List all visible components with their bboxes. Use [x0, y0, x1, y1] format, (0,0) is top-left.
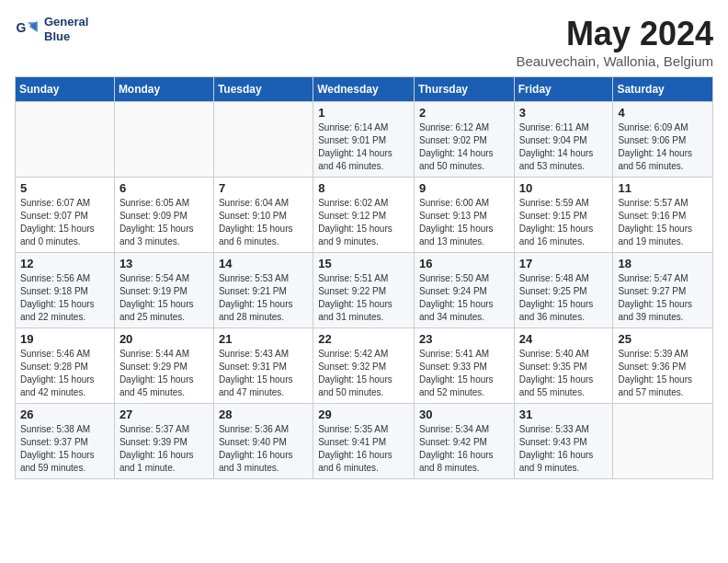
- day-number: 10: [519, 181, 609, 195]
- calendar-cell: 14Sunrise: 5:53 AM Sunset: 9:21 PM Dayli…: [213, 253, 313, 328]
- cell-info: Sunrise: 5:44 AM Sunset: 9:29 PM Dayligh…: [119, 348, 209, 399]
- calendar-cell: 4Sunrise: 6:09 AM Sunset: 9:06 PM Daylig…: [613, 102, 713, 178]
- week-row-0: 1Sunrise: 6:14 AM Sunset: 9:01 PM Daylig…: [16, 102, 713, 178]
- day-number: 16: [419, 257, 509, 270]
- cell-info: Sunrise: 5:53 AM Sunset: 9:21 PM Dayligh…: [219, 272, 308, 324]
- day-number: 25: [618, 332, 708, 346]
- calendar-cell: [16, 102, 115, 178]
- logo: G General Blue: [15, 15, 88, 43]
- cell-info: Sunrise: 5:33 AM Sunset: 9:43 PM Dayligh…: [519, 423, 609, 475]
- day-number: 20: [119, 332, 209, 346]
- day-number: 8: [318, 181, 409, 195]
- calendar-cell: 13Sunrise: 5:54 AM Sunset: 9:19 PM Dayli…: [114, 253, 213, 328]
- cell-info: Sunrise: 6:11 AM Sunset: 9:04 PM Dayligh…: [519, 121, 609, 173]
- calendar-cell: 24Sunrise: 5:40 AM Sunset: 9:35 PM Dayli…: [514, 328, 613, 404]
- day-header-friday: Friday: [514, 77, 613, 102]
- day-number: 28: [219, 408, 308, 421]
- cell-info: Sunrise: 6:12 AM Sunset: 9:02 PM Dayligh…: [419, 121, 509, 173]
- cell-info: Sunrise: 6:00 AM Sunset: 9:13 PM Dayligh…: [419, 197, 509, 248]
- day-number: 15: [318, 257, 409, 270]
- day-number: 14: [219, 257, 308, 270]
- cell-info: Sunrise: 6:05 AM Sunset: 9:09 PM Dayligh…: [119, 197, 209, 248]
- title-block: May 2024 Beauvechain, Wallonia, Belgium: [516, 15, 713, 69]
- calendar-cell: 20Sunrise: 5:44 AM Sunset: 9:29 PM Dayli…: [114, 328, 213, 404]
- cell-info: Sunrise: 5:59 AM Sunset: 9:15 PM Dayligh…: [519, 197, 609, 248]
- calendar-cell: 2Sunrise: 6:12 AM Sunset: 9:02 PM Daylig…: [414, 102, 514, 178]
- day-number: 30: [419, 408, 509, 421]
- logo-line1: General: [44, 15, 88, 29]
- cell-info: Sunrise: 5:48 AM Sunset: 9:25 PM Dayligh…: [519, 272, 609, 324]
- day-header-saturday: Saturday: [613, 77, 713, 102]
- logo-text: General Blue: [44, 15, 88, 43]
- calendar-cell: 27Sunrise: 5:37 AM Sunset: 9:39 PM Dayli…: [114, 404, 213, 479]
- cell-info: Sunrise: 5:36 AM Sunset: 9:40 PM Dayligh…: [219, 423, 308, 475]
- month-year: May 2024: [516, 15, 713, 53]
- calendar-header: SundayMondayTuesdayWednesdayThursdayFrid…: [16, 77, 713, 102]
- calendar-cell: 22Sunrise: 5:42 AM Sunset: 9:32 PM Dayli…: [313, 328, 415, 404]
- day-number: 7: [219, 181, 308, 195]
- day-header-sunday: Sunday: [16, 77, 115, 102]
- calendar-body: 1Sunrise: 6:14 AM Sunset: 9:01 PM Daylig…: [16, 102, 713, 479]
- day-header-tuesday: Tuesday: [213, 77, 313, 102]
- cell-info: Sunrise: 5:46 AM Sunset: 9:28 PM Dayligh…: [20, 348, 109, 399]
- cell-info: Sunrise: 5:50 AM Sunset: 9:24 PM Dayligh…: [419, 272, 509, 324]
- cell-info: Sunrise: 5:51 AM Sunset: 9:22 PM Dayligh…: [318, 272, 409, 324]
- cell-info: Sunrise: 5:42 AM Sunset: 9:32 PM Dayligh…: [318, 348, 409, 399]
- svg-text:G: G: [17, 20, 27, 35]
- day-header-monday: Monday: [114, 77, 213, 102]
- calendar-cell: 15Sunrise: 5:51 AM Sunset: 9:22 PM Dayli…: [313, 253, 415, 328]
- day-number: 2: [419, 106, 509, 120]
- day-number: 5: [20, 181, 109, 195]
- day-number: 24: [519, 332, 609, 346]
- day-number: 27: [119, 408, 209, 421]
- week-row-3: 19Sunrise: 5:46 AM Sunset: 9:28 PM Dayli…: [16, 328, 713, 404]
- cell-info: Sunrise: 5:57 AM Sunset: 9:16 PM Dayligh…: [618, 197, 708, 248]
- day-number: 1: [318, 106, 409, 120]
- day-number: 22: [318, 332, 409, 346]
- day-number: 29: [318, 408, 409, 421]
- calendar-cell: 16Sunrise: 5:50 AM Sunset: 9:24 PM Dayli…: [414, 253, 514, 328]
- cell-info: Sunrise: 6:07 AM Sunset: 9:07 PM Dayligh…: [20, 197, 109, 248]
- calendar-cell: 7Sunrise: 6:04 AM Sunset: 9:10 PM Daylig…: [213, 178, 313, 253]
- calendar-cell: 31Sunrise: 5:33 AM Sunset: 9:43 PM Dayli…: [514, 404, 613, 479]
- cell-info: Sunrise: 5:38 AM Sunset: 9:37 PM Dayligh…: [20, 423, 109, 475]
- calendar-cell: 30Sunrise: 5:34 AM Sunset: 9:42 PM Dayli…: [414, 404, 514, 479]
- day-number: 26: [20, 408, 109, 421]
- cell-info: Sunrise: 5:40 AM Sunset: 9:35 PM Dayligh…: [519, 348, 609, 399]
- calendar-table: SundayMondayTuesdayWednesdayThursdayFrid…: [15, 76, 713, 479]
- day-number: 13: [119, 257, 209, 270]
- day-header-wednesday: Wednesday: [313, 77, 415, 102]
- day-number: 12: [20, 257, 109, 270]
- day-number: 31: [519, 408, 609, 421]
- week-row-2: 12Sunrise: 5:56 AM Sunset: 9:18 PM Dayli…: [16, 253, 713, 328]
- calendar-cell: 1Sunrise: 6:14 AM Sunset: 9:01 PM Daylig…: [313, 102, 415, 178]
- cell-info: Sunrise: 6:09 AM Sunset: 9:06 PM Dayligh…: [618, 121, 708, 173]
- calendar-cell: [613, 404, 713, 479]
- calendar-cell: 5Sunrise: 6:07 AM Sunset: 9:07 PM Daylig…: [16, 178, 115, 253]
- logo-icon: G: [15, 17, 40, 42]
- day-number: 6: [119, 181, 209, 195]
- cell-info: Sunrise: 5:41 AM Sunset: 9:33 PM Dayligh…: [419, 348, 509, 399]
- calendar-cell: 3Sunrise: 6:11 AM Sunset: 9:04 PM Daylig…: [514, 102, 613, 178]
- calendar-cell: 8Sunrise: 6:02 AM Sunset: 9:12 PM Daylig…: [313, 178, 415, 253]
- page-header: G General Blue May 2024 Beauvechain, Wal…: [15, 15, 713, 69]
- cell-info: Sunrise: 5:43 AM Sunset: 9:31 PM Dayligh…: [219, 348, 308, 399]
- day-number: 9: [419, 181, 509, 195]
- calendar-cell: 28Sunrise: 5:36 AM Sunset: 9:40 PM Dayli…: [213, 404, 313, 479]
- day-number: 3: [519, 106, 609, 120]
- cell-info: Sunrise: 5:35 AM Sunset: 9:41 PM Dayligh…: [318, 423, 409, 475]
- day-number: 11: [618, 181, 708, 195]
- cell-info: Sunrise: 6:04 AM Sunset: 9:10 PM Dayligh…: [219, 197, 308, 248]
- day-number: 18: [618, 257, 708, 270]
- calendar-cell: 21Sunrise: 5:43 AM Sunset: 9:31 PM Dayli…: [213, 328, 313, 404]
- cell-info: Sunrise: 6:02 AM Sunset: 9:12 PM Dayligh…: [318, 197, 409, 248]
- calendar-cell: 12Sunrise: 5:56 AM Sunset: 9:18 PM Dayli…: [16, 253, 115, 328]
- calendar-cell: 6Sunrise: 6:05 AM Sunset: 9:09 PM Daylig…: [114, 178, 213, 253]
- cell-info: Sunrise: 5:56 AM Sunset: 9:18 PM Dayligh…: [20, 272, 109, 324]
- calendar-cell: 9Sunrise: 6:00 AM Sunset: 9:13 PM Daylig…: [414, 178, 514, 253]
- cell-info: Sunrise: 5:34 AM Sunset: 9:42 PM Dayligh…: [419, 423, 509, 475]
- calendar-cell: 25Sunrise: 5:39 AM Sunset: 9:36 PM Dayli…: [613, 328, 713, 404]
- calendar-cell: [114, 102, 213, 178]
- cell-info: Sunrise: 5:39 AM Sunset: 9:36 PM Dayligh…: [618, 348, 708, 399]
- cell-info: Sunrise: 5:47 AM Sunset: 9:27 PM Dayligh…: [618, 272, 708, 324]
